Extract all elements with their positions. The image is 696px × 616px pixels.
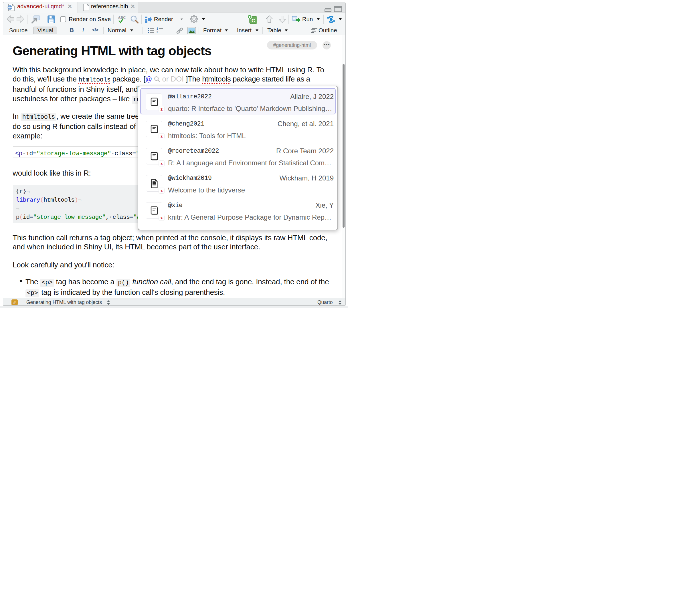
svg-text:2: 2 bbox=[157, 31, 158, 33]
svg-text:1: 1 bbox=[157, 27, 158, 30]
svg-text:ABC: ABC bbox=[118, 15, 126, 19]
svg-text:C: C bbox=[252, 18, 255, 23]
